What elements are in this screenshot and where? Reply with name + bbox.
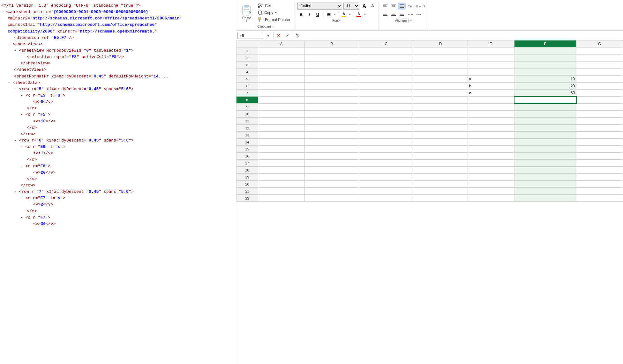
cell-ref-input[interactable]: [237, 32, 263, 39]
clipboard-expand-icon[interactable]: ⧉: [272, 25, 274, 28]
align-top-right-button[interactable]: [398, 3, 406, 10]
cell-F22[interactable]: [514, 195, 576, 202]
cell-C22[interactable]: [359, 195, 413, 202]
cell-B13[interactable]: [304, 132, 359, 139]
cell-D8[interactable]: [413, 97, 468, 104]
row-number-17[interactable]: 17: [236, 160, 258, 167]
cell-A9[interactable]: [258, 104, 305, 111]
cell-A13[interactable]: [258, 132, 305, 139]
cell-B16[interactable]: [304, 153, 359, 160]
cell-A8[interactable]: [258, 97, 305, 104]
cell-G21[interactable]: [576, 188, 623, 195]
cell-E2[interactable]: [468, 55, 514, 62]
cell-E1[interactable]: [468, 47, 514, 55]
cell-B17[interactable]: [304, 160, 359, 167]
underline-button[interactable]: U: [314, 11, 321, 18]
cell-C2[interactable]: [359, 55, 413, 62]
cell-G8[interactable]: [576, 97, 623, 104]
cell-A22[interactable]: [258, 195, 305, 202]
merge-center-dropdown[interactable]: ▼: [423, 5, 425, 8]
format-painter-button[interactable]: Format Painter: [256, 17, 292, 23]
cell-E19[interactable]: [468, 174, 514, 181]
cell-C12[interactable]: [359, 125, 413, 132]
cell-A4[interactable]: [258, 69, 305, 76]
cell-C13[interactable]: [359, 132, 413, 139]
cell-B7[interactable]: [304, 90, 359, 97]
cell-F12[interactable]: [514, 125, 576, 132]
fill-color-button[interactable]: A: [340, 11, 347, 18]
cell-F6[interactable]: 20: [514, 83, 576, 90]
row-number-10[interactable]: 10: [236, 111, 258, 118]
col-header-E[interactable]: E: [468, 40, 514, 47]
cell-E21[interactable]: [468, 188, 514, 195]
cell-C21[interactable]: [359, 188, 413, 195]
row-number-14[interactable]: 14: [236, 139, 258, 146]
formula-input[interactable]: [302, 32, 622, 39]
cell-D22[interactable]: [413, 195, 468, 202]
cell-E6[interactable]: b: [468, 83, 514, 90]
align-bottom-center-button[interactable]: [390, 11, 397, 18]
row-number-9[interactable]: 9: [236, 104, 258, 111]
font-size-select[interactable]: 8 9 10 11 12 14 16 18: [343, 3, 359, 10]
cell-B5[interactable]: [304, 76, 359, 83]
row-number-19[interactable]: 19: [236, 174, 258, 181]
cell-G3[interactable]: [576, 62, 623, 69]
cell-G14[interactable]: [576, 139, 623, 146]
cell-F4[interactable]: [514, 69, 576, 76]
cell-F7[interactable]: 30: [514, 90, 576, 97]
cell-D5[interactable]: [413, 76, 468, 83]
cell-E18[interactable]: [468, 167, 514, 174]
cell-B9[interactable]: [304, 104, 359, 111]
cell-D18[interactable]: [413, 167, 468, 174]
cell-B1[interactable]: [304, 47, 359, 55]
wrap-text-button[interactable]: ≡↵: [406, 3, 414, 10]
cell-G12[interactable]: [576, 125, 623, 132]
row-number-1[interactable]: 1: [236, 47, 258, 55]
cell-C10[interactable]: [359, 111, 413, 118]
cell-A17[interactable]: [258, 160, 305, 167]
cell-C3[interactable]: [359, 62, 413, 69]
col-header-G[interactable]: G: [576, 40, 623, 47]
cell-F18[interactable]: [514, 167, 576, 174]
cell-A11[interactable]: [258, 118, 305, 125]
row-number-5[interactable]: 5: [236, 76, 258, 83]
cell-F21[interactable]: [514, 188, 576, 195]
row-number-20[interactable]: 20: [236, 181, 258, 188]
cell-F17[interactable]: [514, 160, 576, 167]
row-number-7[interactable]: 7: [236, 90, 258, 97]
cell-C9[interactable]: [359, 104, 413, 111]
indent-increase-button[interactable]: →≡: [415, 11, 422, 18]
cell-G10[interactable]: [576, 111, 623, 118]
cell-F20[interactable]: [514, 181, 576, 188]
cell-D1[interactable]: [413, 47, 468, 55]
alignment-expand-icon[interactable]: ⧉: [410, 19, 412, 22]
cell-A16[interactable]: [258, 153, 305, 160]
cell-D20[interactable]: [413, 181, 468, 188]
cell-F19[interactable]: [514, 174, 576, 181]
cell-A3[interactable]: [258, 62, 305, 69]
col-header-C[interactable]: C: [359, 40, 413, 47]
cell-A1[interactable]: [258, 47, 305, 55]
cell-D13[interactable]: [413, 132, 468, 139]
copy-button[interactable]: Copy ▼: [256, 10, 292, 16]
cell-D2[interactable]: [413, 55, 468, 62]
cell-C4[interactable]: [359, 69, 413, 76]
cell-B21[interactable]: [304, 188, 359, 195]
cell-B6[interactable]: [304, 83, 359, 90]
cell-G18[interactable]: [576, 167, 623, 174]
cell-B10[interactable]: [304, 111, 359, 118]
cell-G22[interactable]: [576, 195, 623, 202]
row-number-6[interactable]: 6: [236, 83, 258, 90]
cell-B19[interactable]: [304, 174, 359, 181]
cell-B2[interactable]: [304, 55, 359, 62]
cell-F15[interactable]: [514, 146, 576, 153]
cell-E17[interactable]: [468, 160, 514, 167]
cell-D4[interactable]: [413, 69, 468, 76]
cell-E14[interactable]: [468, 139, 514, 146]
cell-E7[interactable]: c: [468, 90, 514, 97]
row-number-22[interactable]: 22: [236, 195, 258, 202]
row-number-16[interactable]: 16: [236, 153, 258, 160]
cell-E8[interactable]: [468, 97, 514, 104]
row-number-2[interactable]: 2: [236, 55, 258, 62]
cell-E16[interactable]: [468, 153, 514, 160]
